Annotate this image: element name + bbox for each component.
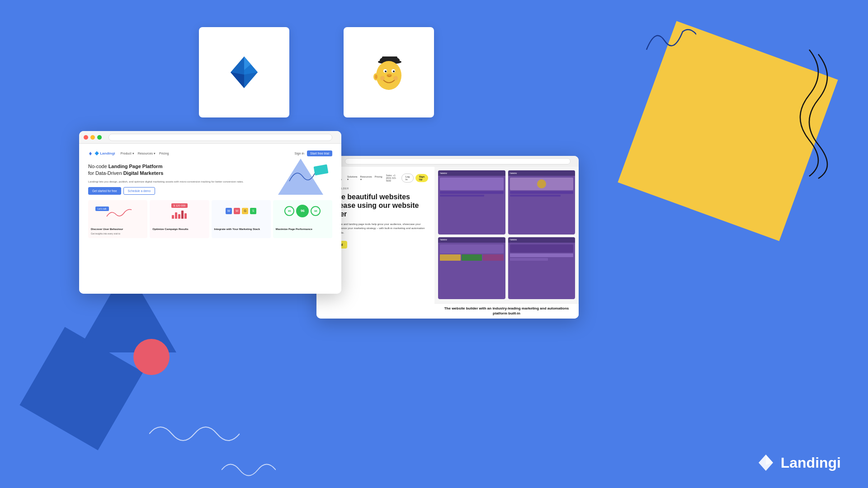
minimize-dot (90, 135, 95, 140)
thumb-img-5 (510, 253, 574, 257)
thumb-header-2: TANDU (508, 170, 576, 176)
wave-bottom-left (149, 416, 240, 452)
signup-button[interactable]: Sign Up (415, 174, 428, 182)
feature-card-behaviour: Let's talk Discover User Behaviour Get i… (88, 200, 147, 238)
thumb-img-2 (510, 178, 574, 190)
mailchimp-right-panel: TANDU TANDU (434, 167, 579, 319)
behaviour-title: Discover User Behaviour (91, 228, 145, 231)
svg-point-14 (393, 76, 398, 80)
maximize-dot (97, 135, 102, 140)
landingi-hero: No-code Landing Page Platformfor Data-Dr… (88, 163, 332, 195)
browser-title-bar (79, 131, 341, 144)
mailchimp-content: Intuit Mailchimp Solutions ▾ Resources ▾… (316, 167, 579, 319)
landingi-hero-visual (278, 163, 332, 195)
behaviour-visual: Let's talk (91, 203, 145, 219)
close-dot (84, 135, 88, 140)
mailchimp-nav-links: Solutions ▾ Resources ▾ Pricing (347, 175, 382, 181)
mailchimp-icon (366, 47, 411, 97)
maximize-title: Maximize Page Performance (276, 228, 330, 231)
svg-point-11 (393, 70, 395, 72)
landingi-browser-window: 🔷 Landingi Product ▾ Resources ▾ Pricing… (79, 131, 341, 294)
site-thumbnail-2: TANDU (508, 170, 576, 235)
behaviour-desc: Get insights into every visit to (91, 232, 145, 235)
svg-point-16 (375, 75, 377, 79)
landingi-logo: 🔷 Landingi (88, 151, 115, 156)
mailchimp-browser-bar (316, 156, 579, 167)
money-tag: $ 120 000 (171, 203, 188, 208)
campaign-title: Optimize Campaign Results (152, 228, 206, 231)
get-started-button[interactable]: Get started for free (88, 187, 121, 195)
integration-icons: W M G S (226, 208, 256, 214)
score-right: 98 (311, 206, 321, 216)
site-thumbnail-3: TANDU (438, 237, 505, 300)
landingi-nav-links: Product ▾ Resources ▾ Pricing (121, 152, 169, 155)
feature-card-campaign: $ 120 000 Optimize Campaign Results (150, 200, 209, 238)
svg-point-10 (385, 70, 387, 72)
mailchimp-nav-right: Sales: +1 (800) 315-5939 Log In Sign Up (386, 174, 428, 183)
thumb-bar-3 (510, 191, 574, 194)
svg-point-12 (387, 74, 392, 77)
thumb-header-4: TANDU (508, 237, 576, 243)
thumb-bar-2 (440, 195, 484, 197)
hero-subtitle: Landingi lets you design, publish, and o… (88, 180, 271, 183)
feature-card-integrate: W M G S Integrate with Your Marketing St… (212, 200, 271, 238)
hero-triangle (278, 159, 323, 195)
landingi-brand-text: Landingi (781, 455, 841, 471)
thumb-color-2 (462, 254, 482, 261)
mailchimp-footer: The website builder with an industry-lea… (434, 303, 579, 319)
landingi-brand-icon (756, 453, 775, 472)
pink-circle-decoration (133, 339, 170, 375)
squiggle-decoration-top (642, 23, 696, 59)
bar-chart (172, 210, 187, 219)
svg-marker-17 (89, 152, 92, 155)
thumb-header-3: TANDU (438, 237, 505, 243)
mc-address-bar (345, 158, 571, 164)
svg-point-13 (380, 76, 385, 80)
site-thumbnail-4: TANDU (508, 237, 576, 300)
mailchimp-footer-text: The website builder with an industry-lea… (439, 306, 574, 316)
schedule-demo-button[interactable]: Schedule a demo (123, 187, 156, 195)
material-design-logo-card (199, 27, 289, 117)
integrate-title: Integrate with Your Marketing Stack (214, 228, 268, 231)
score-main: 96 (296, 205, 309, 217)
address-bar (108, 134, 332, 141)
hero-buttons: Get started for free Schedule a demo (88, 187, 271, 195)
thumb-bar-1 (440, 191, 504, 194)
start-free-trial-button[interactable]: Start free trial (307, 150, 332, 156)
feature-card-maximize: 95 96 98 Maximize Page Performance (273, 200, 332, 238)
thumb-img-1 (440, 178, 504, 190)
mailchimp-logo-card (344, 27, 434, 117)
thumb-header-1: TANDU (438, 170, 505, 176)
hero-title: No-code Landing Page Platformfor Data-Dr… (88, 163, 271, 177)
landingi-branding: Landingi (756, 453, 841, 472)
behaviour-chart (104, 207, 132, 219)
material-design-icon (222, 50, 267, 95)
campaign-visual: $ 120 000 (152, 203, 206, 219)
integrate-visual: W M G S (214, 203, 268, 219)
login-button[interactable]: Log In (401, 174, 414, 183)
feature-cards: Let's talk Discover User Behaviour Get i… (88, 200, 332, 238)
thumb-img-4 (510, 244, 574, 253)
thumb-color-3 (483, 254, 504, 261)
score-left: 95 (284, 206, 294, 216)
thumb-bar-4 (510, 195, 561, 197)
thumb-color-1 (440, 254, 461, 261)
landingi-nav: 🔷 Landingi Product ▾ Resources ▾ Pricing… (88, 150, 332, 156)
thumb-img-3 (440, 244, 504, 253)
maximize-visual: 95 96 98 (276, 203, 330, 219)
svg-marker-2 (231, 72, 244, 88)
score-circles: 95 96 98 (284, 205, 321, 217)
squiggle-decoration-right (773, 45, 845, 181)
thumb-bar-5 (510, 258, 548, 261)
mailchimp-browser-window: Intuit Mailchimp Solutions ▾ Resources ▾… (316, 156, 579, 319)
landingi-nav-right: Sign in Start free trial (295, 150, 332, 156)
landingi-hero-text: No-code Landing Page Platformfor Data-Dr… (88, 163, 271, 195)
site-thumbnail-1: TANDU (438, 170, 505, 235)
wave-bottom-center (222, 456, 276, 483)
